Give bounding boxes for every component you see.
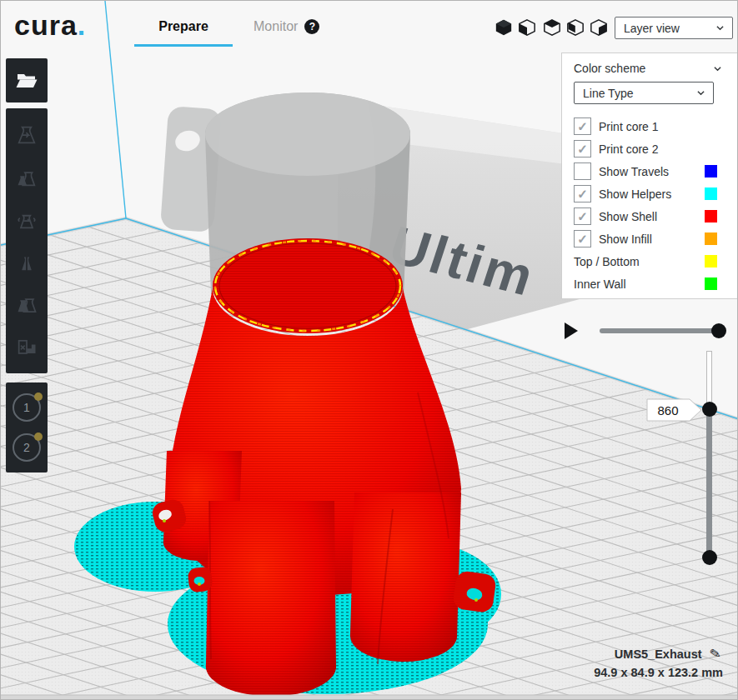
extruder-2-button[interactable]: 2 (13, 433, 41, 462)
window-bottom-strip (1, 695, 738, 700)
color-scheme-value: Line Type (583, 87, 633, 100)
cura-logo: cura. (14, 9, 86, 42)
simulation-play-button[interactable] (565, 322, 578, 339)
legend-row-show-travels: Show Travels (574, 160, 717, 182)
legend-row-show-shell: ✓ Show Shell (574, 205, 717, 228)
layer-slider-track-lower[interactable] (706, 409, 712, 564)
current-layer-value: 860 (646, 398, 690, 422)
help-icon[interactable]: ? (304, 19, 319, 34)
extruder-1-button[interactable]: 1 (13, 393, 41, 422)
legend-row-inner-wall: Inner Wall (574, 272, 717, 295)
model-name-row: UMS5_Exhaust ✎ (615, 646, 720, 662)
chevron-down-icon (716, 24, 724, 32)
model-tab-right (452, 570, 497, 613)
row-label: Show Shell (599, 210, 657, 223)
view-mode-dropdown[interactable]: Layer view (615, 17, 733, 39)
checkbox[interactable] (574, 162, 591, 180)
tool-panel (6, 108, 48, 373)
row-label: Top / Bottom (574, 255, 640, 268)
tab-monitor-label: Monitor (254, 19, 298, 34)
legend-rows: ✓ Print core 1 ✓ Print core 2 Show Trave… (574, 115, 717, 295)
rename-pencil-icon[interactable]: ✎ (708, 645, 722, 662)
view-left-icon[interactable] (566, 18, 585, 37)
row-label: Show Helpers (599, 188, 671, 201)
legend-row-print-core-2: ✓ Print core 2 (574, 138, 717, 160)
legend-row-top-bottom: Top / Bottom (574, 250, 717, 272)
checkbox[interactable]: ✓ (574, 185, 591, 202)
row-label: Print core 2 (599, 142, 659, 156)
view-right-icon[interactable] (590, 18, 608, 37)
rotate-tool-button[interactable] (6, 198, 48, 241)
checkbox[interactable]: ✓ (574, 118, 591, 135)
legend-row-show-helpers: ✓ Show Helpers (574, 182, 717, 205)
row-label: Print core 1 (599, 120, 659, 133)
active-tab-underline (134, 44, 233, 47)
view-mode-value: Layer view (624, 22, 680, 35)
color-scheme-label: Color scheme (574, 62, 645, 75)
layer-slider-track-upper[interactable] (706, 351, 712, 409)
tab-monitor[interactable]: Monitor ? (254, 19, 319, 34)
chevron-down-icon (697, 89, 705, 97)
layer-slider-handle-top[interactable] (702, 402, 717, 417)
extruder-1-material-dot (34, 392, 43, 401)
simulation-slider-track[interactable] (600, 328, 721, 333)
open-folder-icon (16, 72, 38, 90)
mirror-tool-button[interactable] (6, 241, 48, 283)
row-label: Show Infill (599, 232, 652, 246)
move-tool-button[interactable] (6, 113, 48, 156)
checkbox[interactable]: ✓ (574, 208, 591, 225)
checkbox[interactable]: ✓ (574, 230, 591, 248)
color-swatch (705, 210, 717, 222)
checkbox[interactable]: ✓ (574, 140, 591, 158)
extruder-1-label: 1 (23, 401, 30, 414)
layer-view-settings-panel: Color scheme Line Type ✓ Print core 1 ✓ … (561, 52, 738, 299)
legend-row-print-core-1: ✓ Print core 1 (574, 115, 717, 138)
per-model-settings-button[interactable] (6, 283, 48, 326)
open-file-button[interactable] (6, 58, 48, 102)
layer-slider-handle-bottom[interactable] (702, 550, 717, 565)
color-scheme-dropdown[interactable]: Line Type (574, 82, 714, 104)
simulation-slider-handle[interactable] (711, 323, 726, 338)
cura-window: Ultim (0, 0, 738, 700)
color-swatch (705, 232, 717, 245)
support-blocker-button[interactable] (6, 326, 48, 368)
color-swatch (705, 278, 717, 290)
scale-tool-button[interactable] (6, 156, 48, 198)
model-name: UMS5_Exhaust (615, 648, 702, 661)
model-dimensions: 94.9 x 84.9 x 123.2 mm (594, 666, 723, 679)
extruder-panel: 1 2 (6, 382, 48, 472)
view-3d-icon[interactable] (495, 18, 513, 37)
legend-row-show-infill: ✓ Show Infill (574, 228, 717, 250)
row-label: Inner Wall (574, 278, 626, 291)
color-swatch (705, 255, 717, 268)
tab-prepare[interactable]: Prepare (134, 19, 233, 34)
extruder-2-label: 2 (23, 441, 30, 454)
color-swatch (705, 188, 717, 200)
color-scheme-header[interactable]: Color scheme (574, 62, 721, 75)
chevron-down-icon (714, 65, 721, 72)
view-front-icon[interactable] (518, 18, 536, 37)
view-top-icon[interactable] (543, 18, 561, 37)
model-top-layer (213, 238, 403, 333)
color-swatch (705, 165, 717, 178)
extruder-2-material-dot (34, 432, 43, 441)
row-label: Show Travels (599, 165, 669, 178)
current-layer-flag: 860 (646, 398, 703, 422)
model-tab-lower-left (188, 567, 213, 593)
